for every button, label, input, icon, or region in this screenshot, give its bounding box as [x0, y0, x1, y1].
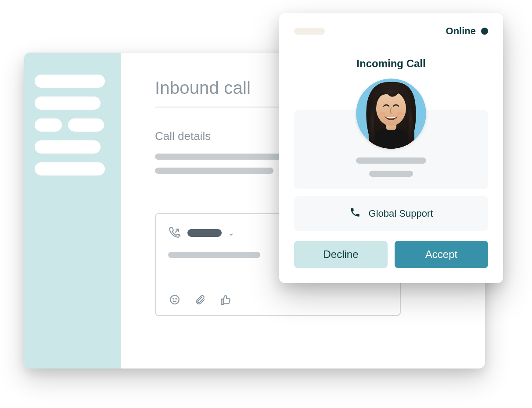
sidebar-item[interactable] [68, 118, 104, 132]
sidebar-item[interactable] [35, 97, 101, 110]
attachment-icon[interactable] [194, 293, 207, 306]
phone-icon [349, 207, 361, 221]
incoming-call-panel: Online Incoming Call [279, 13, 503, 283]
svg-point-0 [170, 295, 179, 304]
accept-button[interactable]: Accept [395, 241, 488, 268]
sidebar [24, 53, 121, 369]
decline-button[interactable]: Decline [294, 241, 388, 268]
detail-placeholder [155, 168, 273, 174]
sidebar-item[interactable] [35, 75, 105, 88]
brand-chip [294, 28, 325, 35]
svg-point-1 [173, 298, 174, 299]
emoji-icon[interactable] [168, 293, 181, 306]
note-placeholder [168, 252, 260, 258]
caller-avatar [356, 79, 426, 149]
incoming-call-label: Incoming Call [294, 57, 488, 70]
sidebar-item[interactable] [35, 140, 101, 154]
caller-detail-placeholder [369, 171, 413, 177]
sidebar-item[interactable] [35, 162, 105, 175]
status-dot-icon [481, 28, 488, 35]
support-queue-card: Global Support [294, 196, 488, 231]
caller-name-placeholder [356, 157, 426, 164]
svg-point-8 [397, 112, 403, 115]
thumbs-up-icon[interactable] [219, 293, 232, 306]
outgoing-call-icon [168, 226, 181, 240]
support-queue-label: Global Support [369, 208, 433, 219]
sidebar-item[interactable] [35, 118, 62, 132]
chevron-down-icon[interactable]: ⌄ [228, 228, 234, 238]
svg-point-7 [379, 112, 385, 115]
call-tag-chip[interactable] [187, 229, 222, 237]
svg-point-2 [176, 298, 176, 299]
status-text: Online [446, 25, 476, 37]
presence-status[interactable]: Online [446, 25, 488, 37]
